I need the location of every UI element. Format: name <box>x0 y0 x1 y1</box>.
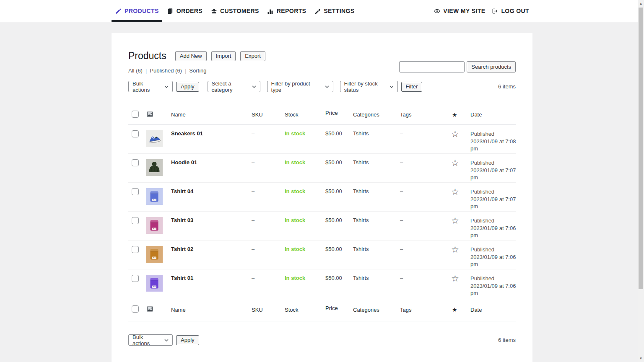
page-scrollbar[interactable]: ▲ ▼ <box>638 0 644 362</box>
column-header-tags: Tags <box>400 111 451 118</box>
apply-button[interactable]: Apply <box>176 82 199 92</box>
product-thumbnail[interactable] <box>146 275 163 292</box>
view-my-site-link[interactable]: VIEW MY SITE <box>434 0 485 22</box>
product-categories-link[interactable]: Tshirts <box>353 217 400 223</box>
nav-tab-orders[interactable]: ORDERS <box>167 0 203 22</box>
table-bottom-toolbar: Bulk actions Apply 6 items <box>128 334 516 346</box>
product-sku: – <box>252 246 285 252</box>
search-products-button[interactable]: Search products <box>467 61 516 72</box>
stock-status-filter-select[interactable]: Filter by stock status <box>340 81 398 92</box>
view-sorting-link[interactable]: Sorting <box>189 67 206 74</box>
nav-tab-reports[interactable]: REPORTS <box>267 0 306 22</box>
pencil-icon <box>115 8 122 14</box>
product-categories-link[interactable]: Tshirts <box>353 188 400 194</box>
product-categories-link[interactable]: Tshirts <box>353 159 400 165</box>
log-out-link[interactable]: LOG OUT <box>491 0 529 22</box>
feature-star-toggle[interactable]: ☆ <box>451 158 459 168</box>
chevron-down-icon <box>390 85 394 88</box>
image-column-icon <box>147 306 153 312</box>
view-published-link[interactable]: Published (6) <box>150 67 182 74</box>
publish-date: Published 2023/01/09 at 7:06 pm <box>470 246 517 268</box>
product-thumbnail[interactable] <box>146 246 163 263</box>
top-nav: PRODUCTS ORDERS CUSTOMERS REPORTS <box>0 0 644 22</box>
product-categories-link[interactable]: Tshirts <box>353 246 400 252</box>
product-name-link[interactable]: Tshirt 04 <box>171 188 252 194</box>
product-thumbnail[interactable] <box>146 188 163 205</box>
eye-icon <box>434 8 440 14</box>
publish-date: Published 2023/01/09 at 7:06 pm <box>470 275 517 297</box>
product-name-link[interactable]: Tshirt 03 <box>171 217 252 223</box>
scroll-down-arrow[interactable]: ▼ <box>638 355 644 362</box>
select-value: Bulk actions <box>132 80 160 93</box>
bulk-actions-select[interactable]: Bulk actions <box>128 81 173 92</box>
items-count: 6 items <box>498 83 516 90</box>
main-menu: PRODUCTS ORDERS CUSTOMERS REPORTS <box>115 0 355 22</box>
row-checkbox[interactable] <box>132 130 139 137</box>
separator: | <box>185 67 186 74</box>
stock-status: In stock <box>285 130 325 137</box>
product-thumbnail[interactable] <box>146 159 163 176</box>
column-header-name: Name <box>171 111 252 118</box>
nav-tab-settings[interactable]: SETTINGS <box>314 0 354 22</box>
feature-star-toggle[interactable]: ☆ <box>451 245 459 254</box>
product-name-link[interactable]: Tshirt 01 <box>171 275 252 281</box>
column-header-categories: Categories <box>353 307 400 313</box>
product-thumbnail[interactable] <box>146 130 163 147</box>
column-header-tags: Tags <box>400 307 451 313</box>
product-name-link[interactable]: Hoodie 01 <box>171 159 252 165</box>
add-new-button[interactable]: Add New <box>175 51 207 61</box>
product-row: Sneakers 01 – In stock $50.00 Tshirts – … <box>128 125 516 154</box>
row-checkbox[interactable] <box>132 217 139 224</box>
product-type-filter-select[interactable]: Filter by product type <box>267 81 333 92</box>
column-header-price[interactable]: Price <box>325 305 338 311</box>
product-name-link[interactable]: Tshirt 02 <box>171 246 252 252</box>
import-button[interactable]: Import <box>211 51 236 61</box>
scroll-up-arrow[interactable]: ▲ <box>638 0 644 7</box>
column-header-price[interactable]: Price <box>325 110 338 116</box>
select-all-checkbox[interactable] <box>132 111 139 118</box>
select-value: Bulk actions <box>132 334 160 346</box>
filter-button[interactable]: Filter <box>401 82 423 92</box>
column-header-date: Date <box>470 111 517 118</box>
apply-button-bottom[interactable]: Apply <box>176 335 199 345</box>
product-tags: – <box>400 130 451 137</box>
feature-star-toggle[interactable]: ☆ <box>451 216 459 225</box>
product-categories-link[interactable]: Tshirts <box>353 130 400 137</box>
nav-label: LOG OUT <box>501 8 529 14</box>
bulk-actions-select-bottom[interactable]: Bulk actions <box>128 334 173 346</box>
search-input[interactable] <box>399 61 465 72</box>
column-header-date: Date <box>470 307 517 313</box>
feature-star-toggle[interactable]: ☆ <box>451 187 459 197</box>
product-row: Hoodie 01 – In stock $50.00 Tshirts – ☆ … <box>128 154 516 183</box>
product-price: $50.00 <box>325 188 353 194</box>
nav-tab-customers[interactable]: CUSTOMERS <box>210 0 259 22</box>
table-header-row: Name SKU Stock Price Categories Tags ★ D… <box>128 105 516 125</box>
row-checkbox[interactable] <box>132 159 139 166</box>
view-all-link[interactable]: All (6) <box>128 67 143 74</box>
product-categories-link[interactable]: Tshirts <box>353 275 400 281</box>
feature-star-toggle[interactable]: ☆ <box>451 274 459 283</box>
row-checkbox[interactable] <box>132 246 139 253</box>
product-tags: – <box>400 275 451 281</box>
stock-status: In stock <box>285 188 325 194</box>
row-checkbox[interactable] <box>132 275 139 282</box>
product-thumbnail[interactable] <box>146 217 163 234</box>
product-row: Tshirt 02 – In stock $50.00 Tshirts – ☆ … <box>128 240 516 269</box>
nav-tab-products[interactable]: PRODUCTS <box>115 0 159 22</box>
product-name-link[interactable]: Sneakers 01 <box>171 130 252 137</box>
publish-date: Published 2023/01/09 at 7:06 pm <box>470 217 517 239</box>
feature-star-toggle[interactable]: ☆ <box>451 129 459 139</box>
scrollbar-thumb[interactable] <box>639 8 643 289</box>
select-all-checkbox[interactable] <box>132 305 139 313</box>
stock-status: In stock <box>285 217 325 223</box>
nav-label: VIEW MY SITE <box>443 8 485 14</box>
chevron-down-icon <box>252 85 256 88</box>
export-button[interactable]: Export <box>240 51 265 61</box>
product-price: $50.00 <box>325 246 353 252</box>
row-checkbox[interactable] <box>132 188 139 195</box>
product-tags: – <box>400 159 451 165</box>
items-count: 6 items <box>498 337 516 343</box>
category-filter-select[interactable]: Select a category <box>208 81 260 92</box>
publish-date: Published 2023/01/09 at 7:07 pm <box>470 159 517 181</box>
product-sku: – <box>252 217 285 223</box>
